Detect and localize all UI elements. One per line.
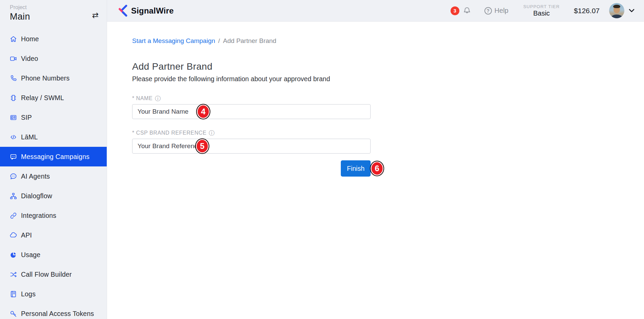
- question-mark-icon: ?: [484, 7, 492, 15]
- project-switcher: Project Main ⇄: [0, 0, 107, 22]
- annotation-circle-4: 4: [196, 104, 210, 119]
- sidebar-item-home[interactable]: Home: [0, 29, 107, 49]
- main-column: SignalWire 3 ? Help SUPPORT TIER Basic $…: [107, 0, 644, 319]
- header-right: 3 ? Help SUPPORT TIER Basic $126.07: [451, 3, 635, 18]
- name-field-label: * NAME ⓘ: [132, 95, 371, 101]
- shuffle-icon: [9, 271, 17, 278]
- sidebar-item-phone-numbers[interactable]: Phone Numbers: [0, 68, 107, 88]
- sidebar-item-label: Messaging Campaigns: [21, 153, 89, 161]
- book-icon: [9, 290, 17, 298]
- breadcrumb-link[interactable]: Start a Messaging Campaign: [132, 37, 215, 45]
- code-icon: [9, 133, 17, 141]
- sidebar-item-logs[interactable]: Logs: [0, 284, 107, 304]
- hierarchy-icon: [9, 192, 17, 200]
- link-icon: [9, 212, 17, 220]
- notification-count-badge: 3: [451, 6, 459, 15]
- support-tier-value: Basic: [523, 9, 560, 17]
- signalwire-logo-icon: [118, 4, 128, 17]
- sidebar-item-relay-swml[interactable]: Relay / SWML: [0, 88, 107, 108]
- avatar[interactable]: [609, 3, 624, 18]
- csp-brand-reference-field: * CSP BRAND REFERENCE ⓘ 5: [132, 130, 371, 154]
- info-icon[interactable]: ⓘ: [209, 130, 215, 136]
- app-root: Project Main ⇄ Home Video Phone Numbers …: [0, 0, 644, 319]
- speech-bubble-icon: [9, 173, 17, 180]
- sidebar-item-label: Integrations: [21, 212, 56, 220]
- name-field: * NAME ⓘ 4: [132, 95, 371, 119]
- sidebar-item-label: Call Flow Builder: [21, 271, 72, 278]
- sidebar-item-label: AI Agents: [21, 173, 50, 180]
- cloud-icon: [9, 231, 17, 239]
- top-header: SignalWire 3 ? Help SUPPORT TIER Basic $…: [107, 0, 644, 22]
- sidebar-item-personal-access-tokens[interactable]: Personal Access Tokens: [0, 304, 107, 319]
- csp-field-label: * CSP BRAND REFERENCE ⓘ: [132, 130, 371, 136]
- switch-project-icon[interactable]: ⇄: [92, 12, 99, 19]
- sidebar-item-video[interactable]: Video: [0, 49, 107, 68]
- info-icon[interactable]: ⓘ: [155, 96, 161, 101]
- sidebar-item-integrations[interactable]: Integrations: [0, 206, 107, 225]
- phone-icon: [9, 74, 17, 82]
- brand-name: SignalWire: [131, 6, 174, 16]
- page-content: Start a Messaging Campaign / Add Partner…: [107, 22, 644, 319]
- chat-bubble-icon: [9, 153, 17, 161]
- brand-reference-input[interactable]: [132, 139, 371, 154]
- sidebar-item-label: Video: [21, 55, 38, 63]
- key-icon: [9, 310, 17, 318]
- chevron-down-icon[interactable]: [629, 9, 635, 13]
- sidebar-item-label: Home: [21, 35, 39, 43]
- desk-phone-icon: [9, 114, 17, 121]
- help-button[interactable]: ? Help: [484, 7, 508, 15]
- avatar-torso: [611, 15, 622, 18]
- name-field-label-text: * NAME: [132, 95, 153, 101]
- csp-field-label-text: * CSP BRAND REFERENCE: [132, 130, 206, 136]
- sidebar-nav: Home Video Phone Numbers Relay / SWML SI…: [0, 29, 107, 319]
- brand-name-input[interactable]: [132, 104, 371, 119]
- sidebar-item-label: Logs: [21, 290, 36, 298]
- breadcrumb-current: Add Partner Brand: [223, 37, 276, 45]
- sidebar-item-api[interactable]: API: [0, 225, 107, 245]
- page-subtitle: Please provide the following information…: [132, 75, 630, 83]
- sidebar: Project Main ⇄ Home Video Phone Numbers …: [0, 0, 107, 319]
- annotation-circle-5: 5: [195, 138, 209, 154]
- sidebar-item-call-flow-builder[interactable]: Call Flow Builder: [0, 265, 107, 284]
- page-title: Add Partner Brand: [132, 61, 630, 72]
- notifications-bell-icon[interactable]: [462, 6, 472, 15]
- project-name: Main: [10, 12, 99, 22]
- annotation-circle-6: 6: [370, 161, 384, 176]
- support-tier: SUPPORT TIER Basic: [523, 4, 560, 17]
- sidebar-item-dialogflow[interactable]: Dialogflow: [0, 186, 107, 206]
- sidebar-item-label: Relay / SWML: [21, 94, 64, 102]
- sidebar-item-label: LāML: [21, 133, 38, 141]
- project-label: Project: [10, 4, 99, 10]
- sidebar-item-label: SIP: [21, 114, 32, 121]
- sidebar-item-label: Dialogflow: [21, 192, 52, 200]
- sidebar-item-sip[interactable]: SIP: [0, 108, 107, 127]
- support-tier-label: SUPPORT TIER: [523, 4, 560, 9]
- chip-icon: [9, 94, 17, 102]
- name-input-wrap: 4: [132, 104, 371, 119]
- pie-chart-icon: [9, 251, 17, 259]
- finish-button[interactable]: Finish: [341, 160, 371, 177]
- breadcrumb-separator: /: [218, 37, 220, 45]
- account-balance[interactable]: $126.07: [574, 7, 600, 15]
- sidebar-item-label: API: [21, 231, 32, 239]
- sidebar-item-label: Usage: [21, 251, 40, 259]
- add-partner-brand-form: * NAME ⓘ 4 * CSP BRAND REFERENCE ⓘ: [132, 95, 371, 177]
- home-icon: [9, 35, 17, 43]
- brand-logo[interactable]: SignalWire: [118, 4, 174, 17]
- csp-input-wrap: 5: [132, 139, 371, 154]
- avatar-hair: [613, 5, 620, 8]
- sidebar-item-usage[interactable]: Usage: [0, 245, 107, 265]
- form-actions: Finish 6: [132, 160, 371, 177]
- sidebar-item-ai-agents[interactable]: AI Agents: [0, 166, 107, 186]
- sidebar-item-label: Phone Numbers: [21, 74, 70, 82]
- help-label: Help: [495, 7, 508, 15]
- sidebar-item-label: Personal Access Tokens: [21, 310, 94, 318]
- sidebar-item-laml[interactable]: LāML: [0, 127, 107, 147]
- breadcrumb: Start a Messaging Campaign / Add Partner…: [132, 37, 630, 45]
- video-camera-icon: [9, 55, 17, 63]
- sidebar-item-messaging-campaigns[interactable]: Messaging Campaigns: [0, 147, 107, 166]
